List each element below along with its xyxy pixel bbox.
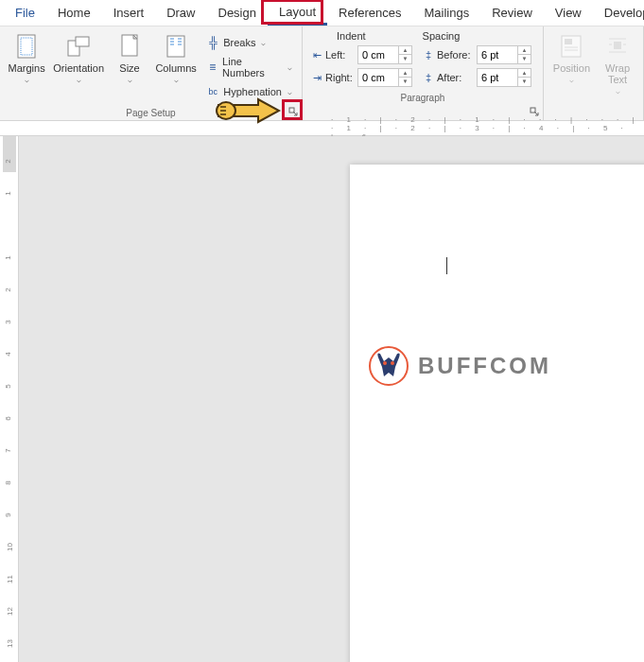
tab-references[interactable]: References bbox=[327, 2, 412, 24]
spacing-before-icon: ‡ bbox=[422, 48, 435, 61]
left-label: Left: bbox=[325, 49, 356, 61]
before-label: Before: bbox=[437, 49, 475, 61]
margins-label: Margins bbox=[9, 62, 45, 74]
svg-rect-3 bbox=[76, 37, 89, 46]
orientation-label: Orientation bbox=[53, 62, 104, 74]
watermark-logo-icon bbox=[367, 344, 410, 388]
text-cursor bbox=[446, 257, 447, 274]
margins-button[interactable]: Margins ⌵ bbox=[6, 30, 47, 86]
horizontal-ruler[interactable]: · 1 · | · 2 · | · 1 · | · · · | · · · | … bbox=[0, 121, 644, 136]
line-numbers-icon: ≡ bbox=[206, 61, 218, 74]
page-setup-dialog-launcher[interactable] bbox=[287, 106, 299, 117]
spacing-before-spinbox[interactable]: ▲▼ bbox=[477, 45, 531, 64]
hyphenation-button[interactable]: bc Hyphenation ⌵ bbox=[202, 83, 296, 100]
line-numbers-button[interactable]: ≡ Line Numbers ⌵ bbox=[202, 54, 296, 80]
indent-left-input[interactable] bbox=[358, 48, 398, 61]
tab-review[interactable]: Review bbox=[480, 2, 544, 24]
ribbon: Margins ⌵ Orientation ⌵ Size ⌵ bbox=[0, 26, 644, 121]
svg-rect-18 bbox=[614, 42, 621, 49]
indent-right-input[interactable] bbox=[358, 71, 398, 84]
chevron-down-icon: ⌵ bbox=[287, 88, 292, 96]
hyphenation-icon: bc bbox=[206, 85, 219, 98]
chevron-down-icon: ⌵ bbox=[128, 76, 132, 84]
watermark: BUFFCOM bbox=[367, 344, 551, 388]
size-button[interactable]: Size ⌵ bbox=[110, 30, 149, 86]
chevron-down-icon: ⌵ bbox=[25, 76, 29, 84]
indent-left-spinbox[interactable]: ▲▼ bbox=[357, 45, 412, 64]
chevron-down-icon: ⌵ bbox=[77, 76, 81, 84]
svg-rect-15 bbox=[565, 39, 572, 44]
spin-up[interactable]: ▲ bbox=[518, 46, 531, 55]
document-area: BUFFCOM bbox=[19, 136, 644, 662]
breaks-button[interactable]: ╬ Breaks ⌵ bbox=[202, 34, 296, 51]
breaks-label: Breaks bbox=[223, 37, 255, 48]
tab-insert[interactable]: Insert bbox=[102, 2, 156, 24]
chevron-down-icon: ⌵ bbox=[569, 76, 574, 84]
spacing-before-input[interactable] bbox=[478, 48, 517, 61]
spin-up[interactable]: ▲ bbox=[399, 46, 411, 55]
indent-right-icon: ⇥ bbox=[310, 71, 323, 84]
chevron-down-icon: ⌵ bbox=[616, 87, 620, 96]
wrap-text-button: Wrap Text ⌵ bbox=[598, 30, 637, 97]
ruler-ticks: · 1 · | · 2 · | · 1 · | · · · | · · · | … bbox=[331, 121, 644, 135]
vertical-ruler[interactable]: 2 1 1 2 3 4 5 6 7 8 9 10 11 12 13 bbox=[0, 136, 19, 662]
chevron-down-icon: ⌵ bbox=[287, 63, 292, 72]
margins-icon bbox=[12, 32, 41, 61]
hyphenation-label: Hyphenation bbox=[223, 86, 282, 97]
svg-rect-5 bbox=[167, 36, 184, 57]
svg-point-28 bbox=[383, 361, 387, 365]
line-numbers-label: Line Numbers bbox=[222, 56, 282, 78]
right-label: Right: bbox=[325, 72, 356, 83]
watermark-text: BUFFCOM bbox=[418, 353, 551, 379]
spin-down[interactable]: ▼ bbox=[518, 55, 531, 63]
tab-mailings[interactable]: Mailings bbox=[413, 2, 481, 24]
document-page[interactable]: BUFFCOM bbox=[350, 165, 644, 662]
group-arrange: Position ⌵ Wrap Text ⌵ bbox=[544, 26, 644, 120]
orientation-icon bbox=[64, 32, 93, 61]
spin-up[interactable]: ▲ bbox=[399, 69, 411, 78]
spin-down[interactable]: ▼ bbox=[399, 55, 411, 63]
group-paragraph: Indent Spacing ⇤ Left: ▲▼ ‡ Before: bbox=[303, 26, 544, 120]
tab-developer[interactable]: Developer bbox=[593, 2, 644, 24]
tab-design[interactable]: Design bbox=[207, 2, 268, 24]
group-page-setup: Margins ⌵ Orientation ⌵ Size ⌵ bbox=[0, 26, 303, 120]
indent-right-spinbox[interactable]: ▲▼ bbox=[357, 68, 412, 87]
paragraph-group-label: Paragraph bbox=[303, 91, 543, 105]
spin-down[interactable]: ▼ bbox=[399, 78, 411, 86]
tab-home[interactable]: Home bbox=[46, 2, 102, 24]
size-label: Size bbox=[119, 62, 139, 74]
tab-file[interactable]: File bbox=[4, 2, 46, 24]
wrap-text-icon bbox=[603, 32, 632, 61]
chevron-down-icon: ⌵ bbox=[261, 39, 266, 47]
position-label: Position bbox=[553, 62, 590, 74]
size-icon bbox=[115, 32, 144, 61]
tab-layout[interactable]: Layout bbox=[268, 1, 327, 26]
columns-icon bbox=[162, 32, 190, 61]
chevron-down-icon: ⌵ bbox=[174, 76, 179, 84]
tab-draw[interactable]: Draw bbox=[155, 2, 206, 24]
orientation-button[interactable]: Orientation ⌵ bbox=[51, 30, 106, 86]
columns-label: Columns bbox=[155, 62, 196, 74]
position-button: Position ⌵ bbox=[549, 30, 594, 86]
page-setup-group-label: Page Setup bbox=[0, 106, 302, 120]
wrap-text-label: Wrap Text bbox=[605, 62, 630, 85]
spacing-after-input[interactable] bbox=[478, 71, 517, 84]
ribbon-tabs: File Home Insert Draw Design Layout Refe… bbox=[0, 0, 644, 26]
columns-button[interactable]: Columns ⌵ bbox=[153, 30, 199, 86]
spacing-after-icon: ‡ bbox=[422, 71, 435, 84]
spacing-after-spinbox[interactable]: ▲▼ bbox=[477, 68, 531, 87]
tab-view[interactable]: View bbox=[544, 2, 593, 24]
spin-up[interactable]: ▲ bbox=[518, 69, 531, 78]
position-icon bbox=[557, 32, 585, 61]
spin-down[interactable]: ▼ bbox=[518, 78, 531, 86]
svg-point-29 bbox=[391, 361, 394, 365]
after-label: After: bbox=[437, 72, 475, 83]
spacing-header: Spacing bbox=[423, 30, 461, 42]
indent-header: Indent bbox=[337, 30, 366, 42]
indent-left-icon: ⇤ bbox=[310, 48, 323, 61]
breaks-icon: ╬ bbox=[206, 36, 219, 49]
